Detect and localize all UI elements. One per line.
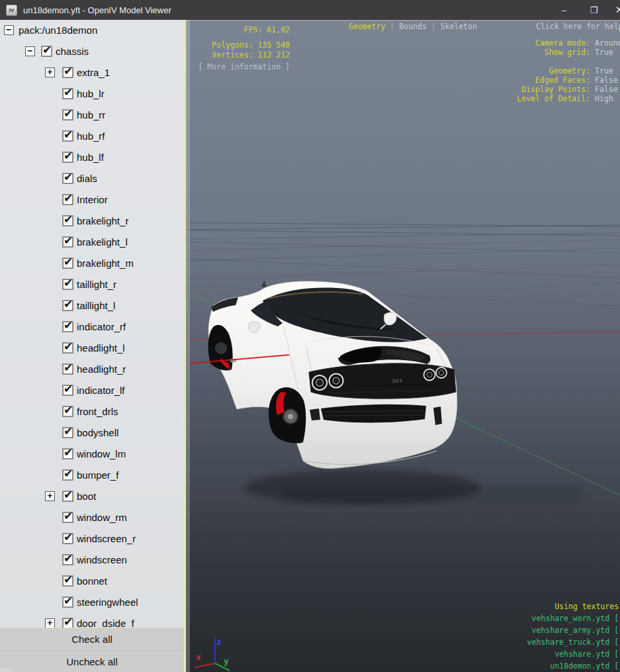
visibility-checkbox[interactable]: ✔ [62,469,73,481]
tree-item-boot[interactable]: +✔boot [0,486,184,507]
tree-item-brakelight-m[interactable]: ✔brakelight_m [0,253,184,274]
tree-item-headlight-l[interactable]: ✔headlight_l [0,338,184,359]
tree-item-label: hub_lf [77,147,104,168]
tree-item-windscreen-r[interactable]: ✔windscreen_r [0,528,184,550]
visibility-checkbox[interactable]: ✔ [41,46,52,57]
visibility-checkbox[interactable]: ✔ [62,173,73,184]
visibility-checkbox[interactable]: ✔ [62,279,73,290]
axis-y-label: y [224,656,229,666]
tree-item-bodyshell[interactable]: ✔bodyshell [0,422,184,444]
tree-item-label: hub_rf [77,126,105,146]
visibility-checkbox[interactable]: ✔ [62,342,73,354]
tree-item-window-rm[interactable]: ✔window_rm [0,507,184,528]
visibility-checkbox[interactable]: ✔ [62,363,73,375]
tab-skeleton[interactable]: Skeleton [441,22,477,31]
visibility-checkbox[interactable]: ✔ [62,67,73,78]
tree-item-label: headlight_l [77,338,125,358]
expand-icon[interactable]: + [45,491,55,501]
checkmark-icon: ✔ [64,276,73,290]
visibility-checkbox[interactable]: ✔ [62,88,73,99]
tree-item-door-dside-f[interactable]: +✔door_dside_f [0,613,184,628]
visibility-checkbox[interactable]: ✔ [62,152,73,163]
checkmark-icon: ✔ [64,234,73,248]
checkmark-icon: ✔ [64,467,73,481]
tree-item-indicator-lf[interactable]: ✔indicator_lf [0,380,184,401]
visibility-checkbox[interactable]: ✔ [62,427,73,438]
expand-icon[interactable]: + [45,68,55,77]
visibility-checkbox[interactable]: ✔ [62,618,73,628]
app-icon: IV [6,5,17,16]
title-bar: IV un18demon.yft - OpenIV Model Viewer –… [0,0,620,20]
tree-item-brakelight-l[interactable]: ✔brakelight_l [0,232,184,253]
tab-bounds[interactable]: Bounds [399,22,427,31]
maximize-button[interactable]: ❐ [579,0,609,20]
tree-item-label: window_lm [77,444,126,464]
visibility-checkbox[interactable]: ✔ [62,554,73,565]
minimize-button[interactable]: – [549,0,579,20]
help-link[interactable]: Click here for help [536,22,620,31]
tree-item-dials[interactable]: ✔dials [0,168,184,189]
tree-item-taillight-r[interactable]: ✔taillight_r [0,274,184,295]
tree-item-label: windscreen [77,550,127,570]
visibility-checkbox[interactable]: ✔ [62,321,73,332]
visibility-checkbox[interactable]: ✔ [62,236,73,248]
tree-item-window-lm[interactable]: ✔window_lm [0,444,184,465]
tree-item-extra-1[interactable]: +✔extra_1 [0,62,184,83]
tree-item-bumper-f[interactable]: ✔bumper_f [0,465,184,486]
checkmark-icon: ✔ [64,594,73,608]
tree-item-hub-lf[interactable]: ✔hub_lf [0,147,184,168]
visibility-checkbox[interactable]: ✔ [62,575,73,587]
collapse-icon[interactable]: − [4,25,14,35]
tree-item-brakelight-r[interactable]: ✔brakelight_r [0,211,184,232]
tab-separator: | [385,22,399,31]
checkmark-icon: ✔ [64,573,73,587]
tree-item-label: chassis [56,41,89,62]
tree-item-indicator-rf[interactable]: ✔indicator_rf [0,316,184,338]
window-resize-grip[interactable] [0,668,12,672]
model-parts-panel: −pack:/un18demon−✔chassis+✔extra_1✔hub_l… [0,20,186,672]
visibility-checkbox[interactable]: ✔ [62,215,73,226]
tree-item-label: brakelight_r [77,211,128,231]
tree-item-steeringwheel[interactable]: ✔steeringwheel [0,592,184,613]
uncheck-all-button[interactable]: Uncheck all [0,650,184,672]
close-button[interactable]: ✕ [609,0,620,20]
tab-geometry[interactable]: Geometry [349,22,385,31]
tree-item-hub-rr[interactable]: ✔hub_rr [0,105,184,126]
checkmark-icon: ✔ [64,255,73,269]
tree-item-label: door_dside_f [77,613,134,628]
tree-item-headlight-r[interactable]: ✔headlight_r [0,359,184,380]
tree-item-chassis[interactable]: −✔chassis [0,41,184,62]
tree-item-label: taillight_r [77,274,116,295]
tree-item-pack-un18demon[interactable]: −pack:/un18demon [0,20,184,41]
visibility-checkbox[interactable]: ✔ [62,491,73,502]
tree-item-label: indicator_rf [77,316,126,337]
visibility-checkbox[interactable]: ✔ [62,385,73,396]
visibility-checkbox[interactable]: ✔ [62,512,73,523]
tree-item-bonnet[interactable]: ✔bonnet [0,571,184,592]
checkmark-icon: ✔ [64,424,73,438]
visibility-checkbox[interactable]: ✔ [62,597,73,608]
tree-item-interior[interactable]: ✔Interior [0,189,184,211]
render-mode-tabs: Geometry | Bounds | Skeleton [349,22,477,31]
tree-item-hub-rf[interactable]: ✔hub_rf [0,126,184,147]
visibility-checkbox[interactable]: ✔ [62,406,73,417]
tree-item-windscreen[interactable]: ✔windscreen [0,550,184,571]
tree-item-taillight-l[interactable]: ✔taillight_l [0,295,184,316]
visibility-checkbox[interactable]: ✔ [62,109,73,120]
car-front-intake [321,405,426,423]
expand-icon[interactable]: + [45,618,55,628]
tree-item-label: hub_rr [77,105,105,125]
tree-item-front-drls[interactable]: ✔front_drls [0,401,184,422]
checkmark-icon: ✔ [64,488,73,502]
axis-x-label: x [196,652,201,662]
visibility-checkbox[interactable]: ✔ [62,533,73,544]
collapse-icon[interactable]: − [25,46,35,56]
more-information-link[interactable]: [ More information ] [199,62,290,72]
check-all-button[interactable]: Check all [0,628,184,650]
visibility-checkbox[interactable]: ✔ [62,194,73,205]
visibility-checkbox[interactable]: ✔ [62,130,73,142]
visibility-checkbox[interactable]: ✔ [62,300,73,311]
visibility-checkbox[interactable]: ✔ [62,258,73,269]
tree-item-hub-lr[interactable]: ✔hub_lr [0,83,184,105]
visibility-checkbox[interactable]: ✔ [62,448,73,459]
